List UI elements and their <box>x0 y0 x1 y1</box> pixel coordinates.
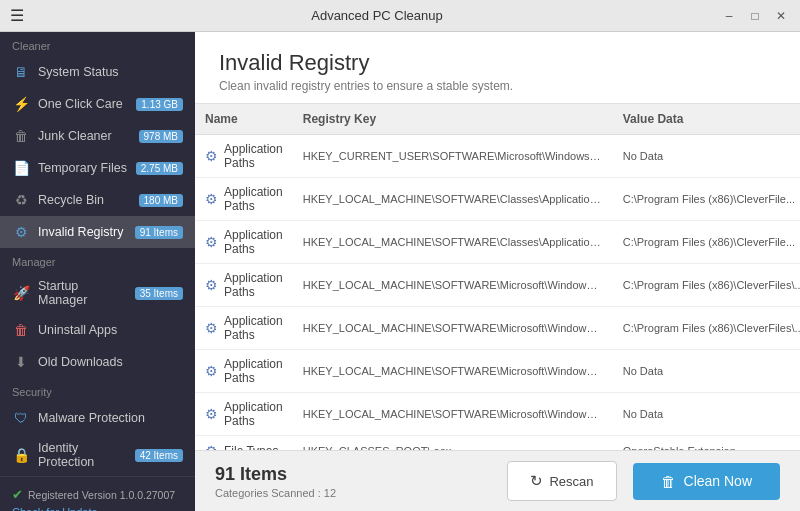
table-row[interactable]: ⚙ Application Paths HKEY_LOCAL_MACHINE\S… <box>195 307 800 350</box>
table-row[interactable]: ⚙ Application Paths HKEY_LOCAL_MACHINE\S… <box>195 221 800 264</box>
item-count: 91 Items <box>215 464 491 485</box>
uninstall-apps-label: Uninstall Apps <box>38 323 183 337</box>
page-title: Invalid Registry <box>219 50 776 76</box>
sidebar-item-system-status[interactable]: 🖥 System Status <box>0 56 195 88</box>
registry-icon: ⚙ <box>12 223 30 241</box>
registry-table: Name Registry Key Value Data ⚙ Applicati… <box>195 104 800 450</box>
sidebar-item-identity-protection[interactable]: 🔒 Identity Protection 42 Items <box>0 434 195 476</box>
row-type-icon: ⚙ <box>205 363 218 379</box>
security-section-label: Security <box>0 378 195 402</box>
recycle-bin-badge: 180 MB <box>139 194 183 207</box>
sidebar: Cleaner 🖥 System Status ⚡ One Click Care… <box>0 32 195 511</box>
row-type-icon: ⚙ <box>205 148 218 164</box>
invalid-registry-label: Invalid Registry <box>38 225 127 239</box>
sidebar-item-temporary-files[interactable]: 📄 Temporary Files 2.75 MB <box>0 152 195 184</box>
row-registry-key: HKEY_CLASSES_ROOT\.oex <box>293 436 613 451</box>
table-row[interactable]: ⚙ Application Paths HKEY_LOCAL_MACHINE\S… <box>195 350 800 393</box>
row-name-cell: ⚙ Application Paths <box>195 393 293 436</box>
uninstall-icon: 🗑 <box>12 321 30 339</box>
registry-table-wrapper[interactable]: Name Registry Key Value Data ⚙ Applicati… <box>195 104 800 450</box>
content-area: Invalid Registry Clean invalid registry … <box>195 32 800 511</box>
col-name: Name <box>195 104 293 135</box>
row-type-label: Application Paths <box>224 314 283 342</box>
row-registry-key: HKEY_LOCAL_MACHINE\SOFTWARE\Classes\Appl… <box>293 221 613 264</box>
check-update-link[interactable]: Check for Update <box>12 506 183 511</box>
app-title: Advanced PC Cleanup <box>34 8 720 23</box>
startup-icon: 🚀 <box>12 284 30 302</box>
main-layout: Cleaner 🖥 System Status ⚡ One Click Care… <box>0 32 800 511</box>
minimize-button[interactable]: – <box>720 7 738 25</box>
startup-manager-badge: 35 Items <box>135 287 183 300</box>
row-type-label: Application Paths <box>224 228 283 256</box>
table-row[interactable]: ⚙ Application Paths HKEY_LOCAL_MACHINE\S… <box>195 264 800 307</box>
maximize-button[interactable]: □ <box>746 7 764 25</box>
row-name-cell: ⚙ Application Paths <box>195 178 293 221</box>
sidebar-item-old-downloads[interactable]: ⬇ Old Downloads <box>0 346 195 378</box>
startup-manager-label: Startup Manager <box>38 279 127 307</box>
rescan-button[interactable]: ↻ Rescan <box>507 461 616 501</box>
monitor-icon: 🖥 <box>12 63 30 81</box>
table-row[interactable]: ⚙ Application Paths HKEY_LOCAL_MACHINE\S… <box>195 393 800 436</box>
invalid-registry-badge: 91 Items <box>135 226 183 239</box>
temporary-files-label: Temporary Files <box>38 161 128 175</box>
sidebar-item-recycle-bin[interactable]: ♻ Recycle Bin 180 MB <box>0 184 195 216</box>
registered-info: ✔ Registered Version 1.0.0.27007 <box>12 487 183 502</box>
sidebar-item-malware-protection[interactable]: 🛡 Malware Protection <box>0 402 195 434</box>
sidebar-footer: ✔ Registered Version 1.0.0.27007 Check f… <box>0 476 195 511</box>
window-controls: – □ ✕ <box>720 7 790 25</box>
clean-label: Clean Now <box>684 473 752 489</box>
identity-icon: 🔒 <box>12 446 30 464</box>
checkmark-icon: ✔ <box>12 487 23 502</box>
malware-protection-label: Malware Protection <box>38 411 183 425</box>
temporary-files-badge: 2.75 MB <box>136 162 183 175</box>
row-registry-key: HKEY_LOCAL_MACHINE\SOFTWARE\Microsoft\Wi… <box>293 393 613 436</box>
recycle-bin-icon: ♻ <box>12 191 30 209</box>
old-downloads-label: Old Downloads <box>38 355 183 369</box>
system-status-label: System Status <box>38 65 183 79</box>
cleaner-section-label: Cleaner <box>0 32 195 56</box>
sidebar-item-startup-manager[interactable]: 🚀 Startup Manager 35 Items <box>0 272 195 314</box>
row-type-icon: ⚙ <box>205 234 218 250</box>
row-value-data: C:\Program Files (x86)\CleverFile... <box>613 178 800 221</box>
sidebar-item-one-click-care[interactable]: ⚡ One Click Care 1.13 GB <box>0 88 195 120</box>
page-subtitle: Clean invalid registry entries to ensure… <box>219 79 776 93</box>
manager-section-label: Manager <box>0 248 195 272</box>
identity-protection-label: Identity Protection <box>38 441 127 469</box>
sidebar-item-junk-cleaner[interactable]: 🗑 Junk Cleaner 978 MB <box>0 120 195 152</box>
footer-info: 91 Items Categories Scanned : 12 <box>215 464 491 499</box>
footer-bar: 91 Items Categories Scanned : 12 ↻ Resca… <box>195 450 800 511</box>
table-row[interactable]: ⚙ Application Paths HKEY_LOCAL_MACHINE\S… <box>195 178 800 221</box>
close-button[interactable]: ✕ <box>772 7 790 25</box>
row-type-label: Application Paths <box>224 142 283 170</box>
row-value-data: C:\Program Files (x86)\CleverFiles\.. <box>613 264 800 307</box>
row-registry-key: HKEY_LOCAL_MACHINE\SOFTWARE\Microsoft\Wi… <box>293 307 613 350</box>
menu-icon[interactable]: ☰ <box>10 6 24 25</box>
row-name-cell: ⚙ Application Paths <box>195 307 293 350</box>
junk-cleaner-label: Junk Cleaner <box>38 129 131 143</box>
junk-icon: 🗑 <box>12 127 30 145</box>
clean-now-button[interactable]: 🗑 Clean Now <box>633 463 780 500</box>
row-type-label: Application Paths <box>224 400 283 428</box>
identity-protection-badge: 42 Items <box>135 449 183 462</box>
row-type-label: Application Paths <box>224 357 283 385</box>
sidebar-item-uninstall-apps[interactable]: 🗑 Uninstall Apps <box>0 314 195 346</box>
table-row[interactable]: ⚙ Application Paths HKEY_CURRENT_USER\SO… <box>195 135 800 178</box>
table-row[interactable]: ⚙ File Types HKEY_CLASSES_ROOT\.oex Oper… <box>195 436 800 451</box>
col-value-data: Value Data <box>613 104 800 135</box>
junk-cleaner-badge: 978 MB <box>139 130 183 143</box>
table-header-row: Name Registry Key Value Data <box>195 104 800 135</box>
one-click-care-label: One Click Care <box>38 97 128 111</box>
categories-scanned: Categories Scanned : 12 <box>215 487 491 499</box>
title-bar: ☰ Advanced PC Cleanup – □ ✕ <box>0 0 800 32</box>
row-value-data: C:\Program Files (x86)\CleverFile... <box>613 221 800 264</box>
app-window: ☰ Advanced PC Cleanup – □ ✕ Cleaner 🖥 Sy… <box>0 0 800 511</box>
row-name-cell: ⚙ Application Paths <box>195 264 293 307</box>
row-registry-key: HKEY_LOCAL_MACHINE\SOFTWARE\Classes\Appl… <box>293 178 613 221</box>
registered-text: Registered Version 1.0.0.27007 <box>28 489 175 501</box>
rescan-icon: ↻ <box>530 472 543 490</box>
row-type-icon: ⚙ <box>205 443 218 450</box>
row-value-data: No Data <box>613 393 800 436</box>
row-type-label: Application Paths <box>224 185 283 213</box>
row-name-cell: ⚙ Application Paths <box>195 221 293 264</box>
sidebar-item-invalid-registry[interactable]: ⚙ Invalid Registry 91 Items <box>0 216 195 248</box>
